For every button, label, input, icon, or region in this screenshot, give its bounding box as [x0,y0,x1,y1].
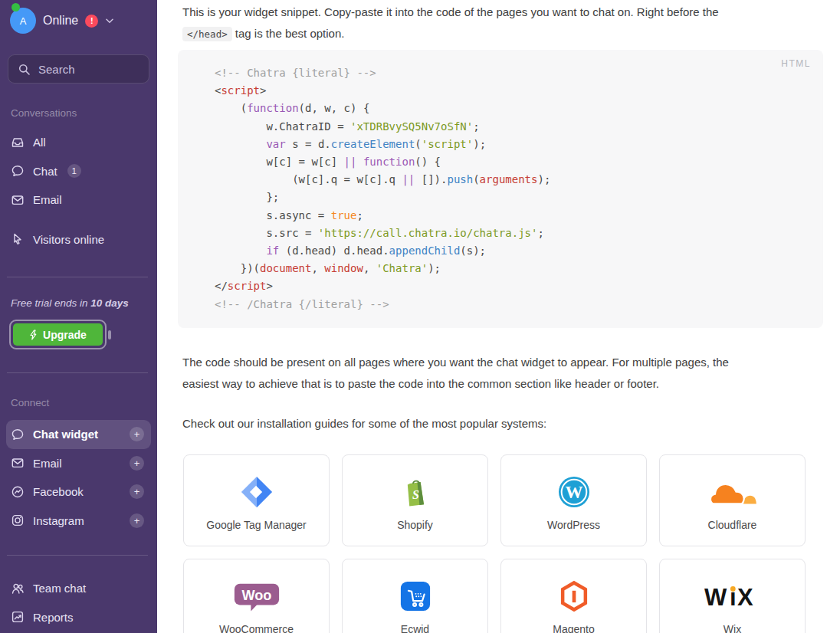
code-line: w.ChatraID = 'xTDRBvySQ5Nv7oSfN'; [215,118,808,136]
team-chat-icon [11,582,25,595]
guide-card-gtm[interactable]: Google Tag Manager [183,454,330,546]
plus-icon[interactable]: + [130,456,144,471]
upgrade-button[interactable]: Upgrade [13,323,103,346]
chat-bubble-icon [11,428,25,441]
sidebar-item-team-chat[interactable]: Team chat [6,574,151,603]
upgrade-battery[interactable]: Upgrade [9,320,107,349]
sidebar-item-facebook[interactable]: Facebook+ [6,477,151,507]
chat-bubble-icon [11,164,25,178]
messenger-icon [11,485,25,499]
guide-card-wix[interactable]: WıXWix [659,559,806,633]
guide-card-cloudflare[interactable]: Cloudflare [659,454,806,546]
code-line: s.src = 'https://call.chatra.io/chatra.j… [215,225,808,242]
guide-card-label: Shopify [397,519,433,531]
code-line: s.async = true; [215,207,808,225]
divider [7,555,148,556]
guide-card-label: Magento [553,623,594,633]
upgrade-label: Upgrade [43,329,87,341]
cloudflare-logo [709,472,756,512]
sidebar-item-label: All [33,136,46,149]
woocommerce-logo: Woo [233,576,281,616]
code-line: <script> [215,82,808,100]
visitors-slot: Visitors online [0,225,157,254]
installation-guides-grid: Google Tag ManagerSShopifyWWordPressClou… [183,454,823,633]
sidebar-item-label: Reports [33,611,74,624]
avatar: A [10,8,36,34]
svg-text:W: W [565,482,582,501]
shopify-logo: S [401,472,430,512]
sidebar-item-label: Facebook [33,485,84,498]
code-line: <!-- /Chatra {/literal} --> [215,296,808,313]
sidebar-item-reports[interactable]: Reports [6,603,151,632]
sidebar-item-all[interactable]: All [6,128,151,157]
wordpress-logo: W [557,472,591,512]
chevron-down-icon [106,18,113,24]
trial-days: 10 days [90,297,129,309]
online-status-dot [11,3,20,11]
guide-card-wordpress[interactable]: WWordPress [500,454,647,546]
sidebar-item-label: Email [33,193,62,206]
envelope-icon [11,193,25,207]
svg-text:S: S [412,487,418,500]
guide-card-magento[interactable]: Magento [500,559,647,633]
status-menu[interactable]: A Online ! [10,7,149,34]
sidebar-item-chat-widget[interactable]: Chat widget+ [6,420,151,449]
sidebar-item-email[interactable]: Email [6,185,151,215]
code-line: })(document, window, 'Chatra'); [215,260,808,277]
sidebar-item-visitors-online[interactable]: Visitors online [6,225,151,254]
main-content: This is your widget snippet. Copy-paste … [157,0,840,633]
sidebar-item-label: Team chat [33,582,86,595]
sidebar-item-instagram[interactable]: Instagram+ [6,507,151,536]
conversations-list: AllChat1Email [0,128,157,215]
guide-card-woocommerce[interactable]: WooWooCommerce [183,559,330,633]
plus-icon[interactable]: + [130,513,144,528]
wix-logo: WıX [704,576,761,616]
sidebar-item-chat[interactable]: Chat1 [6,157,151,186]
conversations-section-label: Conversations [11,107,157,119]
guide-card-label: Ecwid [401,623,429,633]
sidebar-item-label: Chat widget [33,428,98,441]
code-line: if (d.head) d.head.appendChild(s); [215,242,808,260]
reports-icon [11,610,25,624]
divider [7,372,148,373]
code-line: (function(d, w, c) { [215,100,808,117]
unread-count-badge: 1 [67,164,81,178]
svg-text:X: X [737,584,753,610]
plus-icon[interactable]: + [130,427,144,441]
ecwid-logo [399,576,431,616]
app-window: A Online ! Search Conversations AllChat1… [0,0,840,633]
code-line: </script> [215,277,808,295]
code-line: (w[c].q = w[c].q || []).push(arguments); [215,171,808,189]
magento-logo [560,576,588,616]
cursor-icon [11,232,25,246]
code-line: var s = d.createElement('script'); [215,136,808,153]
guide-card-label: Wix [724,623,741,633]
avatar-initial: A [20,15,27,27]
svg-text:Woo: Woo [241,588,271,603]
plus-icon[interactable]: + [130,484,144,499]
sidebar-item-label: Chat [33,165,57,178]
guide-card-label: Google Tag Manager [206,519,307,531]
widget-snippet-codeblock: HTML <!-- Chatra {literal} --><script> (… [178,50,823,328]
sidebar-item-email[interactable]: Email+ [6,449,151,478]
intro-text-1: This is your widget snippet. Copy-paste … [182,5,719,18]
guide-card-label: WordPress [547,519,600,531]
divider [7,277,148,277]
guides-intro-paragraph: Check out our installation guides for so… [182,413,823,435]
sidebar-item-label: Visitors online [33,233,104,246]
search-input[interactable]: Search [8,54,149,84]
code-line: w[c] = w[c] || function() { [215,153,808,171]
connect-section-label: Connect [11,397,157,408]
intro-paragraph: This is your widget snippet. Copy-paste … [182,2,823,45]
sidebar: A Online ! Search Conversations AllChat1… [0,0,157,633]
svg-text:W: W [704,584,727,610]
guide-card-ecwid[interactable]: Ecwid [342,559,488,633]
bottom-list: Team chatReports [0,574,157,631]
instructions-paragraph: The code should be present on all pages … [182,352,823,395]
intro-text-2: tag is the best option. [232,27,345,40]
sidebar-item-label: Instagram [33,514,84,527]
alert-badge: ! [85,15,98,28]
inbox-icon [11,136,25,149]
guide-card-shopify[interactable]: SShopify [342,454,488,546]
instagram-icon [11,513,25,527]
